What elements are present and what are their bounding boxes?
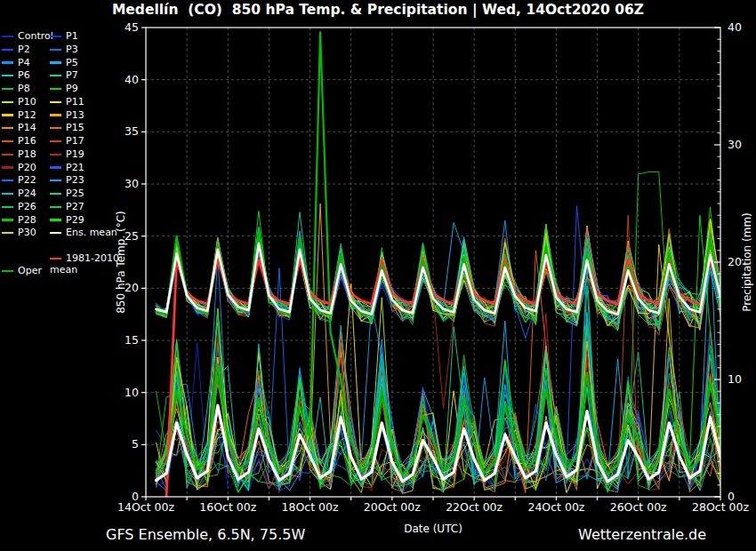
legend-label: P29 [66, 214, 84, 226]
legend-line-swatch [50, 127, 61, 129]
legend-item-P8: P8 [2, 83, 30, 95]
y-axis-right-title: Precipitation (mm) [741, 200, 753, 324]
legend-line-swatch [50, 114, 61, 116]
x-axis-title: Date (UTC) [380, 523, 487, 535]
legend-item-P18: P18 [2, 148, 36, 161]
left-tick-label: 45 [125, 20, 139, 34]
x-tick-label: 16Oct 00z [199, 500, 256, 514]
legend-line-swatch [2, 140, 13, 142]
legend-line-swatch [2, 206, 13, 208]
legend-label: P4 [18, 57, 30, 68]
legend-line-swatch [50, 180, 61, 181]
left-tick-label: 15 [125, 333, 139, 347]
legend-line-swatch [2, 101, 13, 103]
legend-line-swatch [2, 88, 13, 90]
legend-line-swatch [2, 219, 13, 220]
legend-line-swatch [50, 101, 61, 103]
legend-line-swatch [50, 61, 61, 63]
legend-label: P1 [66, 30, 78, 42]
legend-label: P6 [18, 69, 30, 81]
legend-label: P14 [18, 122, 36, 133]
legend-item-P19: P19 [50, 148, 84, 161]
legend-label: P16 [18, 135, 36, 147]
legend-line-swatch [50, 88, 61, 90]
legend-label: P26 [18, 201, 36, 212]
legend-label: P25 [66, 188, 84, 199]
right-tick-label: 40 [728, 20, 742, 34]
legend-label: P20 [18, 162, 36, 173]
legend-line-swatch [50, 49, 61, 51]
legend-label: P5 [66, 57, 78, 68]
legend-label: P7 [66, 69, 78, 81]
x-tick-label: 24Oct 00z [527, 500, 584, 514]
x-tick-label: 14Oct 00z [117, 500, 174, 514]
legend-item-P21: P21 [50, 162, 84, 174]
legend-item-Control: Control [2, 30, 53, 43]
legend-line-swatch [50, 193, 61, 195]
legend-label: P2 [18, 44, 30, 55]
legend-label: P30 [18, 227, 36, 238]
legend-line-swatch [50, 258, 61, 260]
legend-line-swatch [2, 61, 13, 63]
legend-label: P18 [18, 148, 36, 160]
legend-line-swatch [2, 232, 13, 234]
right-tick-label: 20 [728, 255, 742, 268]
legend-item-P2: P2 [2, 44, 30, 56]
legend-label: P12 [18, 109, 36, 121]
legend-item-oper: Oper [2, 265, 42, 277]
legend-label: P22 [18, 174, 36, 186]
legend-item-P12: P12 [2, 109, 36, 122]
legend-label: P9 [66, 83, 78, 94]
legend-label: mean [50, 264, 77, 276]
meteogram-screenshot: Medellín (CO) 850 hPa Temp. & Precipitat… [0, 0, 756, 551]
legend-item-P27: P27 [50, 201, 84, 213]
legend-label: P24 [18, 188, 36, 199]
legend-label: P15 [66, 122, 84, 133]
legend-line-swatch [50, 232, 61, 234]
legend-line-swatch [2, 127, 13, 129]
legend-item-P17: P17 [50, 135, 84, 148]
legend-line-swatch [2, 49, 13, 51]
legend-line-swatch [50, 166, 61, 168]
legend-line-swatch [50, 154, 61, 156]
legend-item-P7: P7 [50, 69, 78, 82]
legend-line-swatch [50, 206, 61, 208]
legend-item-P13: P13 [50, 109, 84, 122]
right-tick-label: 30 [728, 138, 742, 151]
legend-item-P26: P26 [2, 201, 36, 213]
legend-line-swatch [50, 36, 61, 37]
right-tick-label: 10 [728, 372, 742, 386]
x-tick-label: 26Oct 00z [610, 500, 667, 514]
legend-label: Ens. mean [66, 227, 117, 238]
legend-label: P10 [18, 96, 36, 108]
legend-line-swatch [2, 270, 13, 272]
legend-label: P11 [66, 96, 84, 108]
legend-label: 1981-2010 [66, 252, 119, 264]
legend-label: P19 [66, 148, 84, 160]
legend-line-swatch [2, 75, 13, 76]
legend-line-swatch [2, 180, 13, 181]
legend-item-P16: P16 [2, 135, 36, 148]
legend-line-swatch [50, 219, 61, 220]
legend-item-P20: P20 [2, 162, 36, 174]
left-tick-label: 40 [125, 73, 139, 86]
legend-label: P27 [66, 201, 84, 212]
legend-item-P25: P25 [50, 188, 84, 200]
legend-item-P10: P10 [2, 96, 36, 108]
legend-line-swatch [2, 154, 13, 156]
legend-item-P30: P30 [2, 227, 36, 239]
legend-item-P9: P9 [50, 83, 78, 95]
model-location-label: GFS Ensemble, 6.5N, 75.5W [106, 526, 305, 543]
legend-item-P15: P15 [50, 122, 84, 134]
left-tick-label: 10 [125, 386, 139, 399]
left-tick-label: 35 [125, 124, 139, 138]
legend-item-P22: P22 [2, 174, 36, 187]
legend-label: P17 [66, 135, 84, 147]
x-tick-label: 28Oct 00z [692, 500, 749, 514]
legend-label: P28 [18, 214, 36, 226]
legend-line-swatch [2, 166, 13, 168]
legend-label: P13 [66, 109, 84, 121]
legend-item-P4: P4 [2, 57, 30, 69]
legend-label: P8 [18, 83, 30, 94]
x-tick-label: 22Oct 00z [446, 500, 503, 514]
